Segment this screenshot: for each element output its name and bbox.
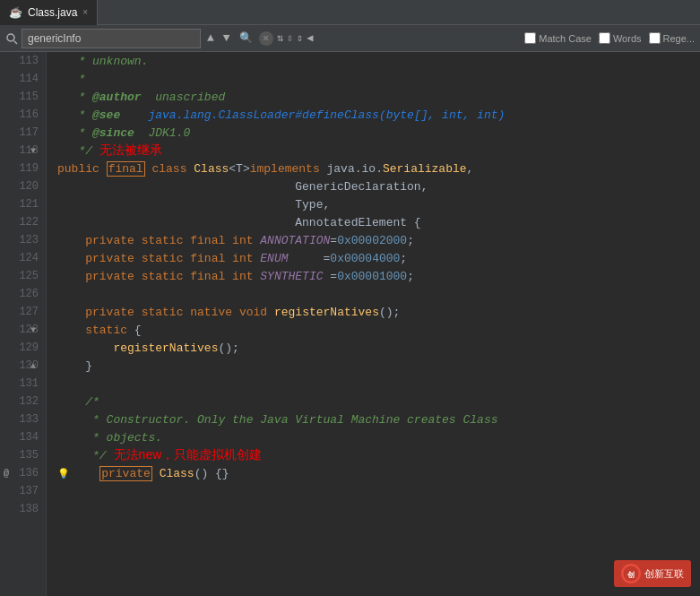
code-line-127: private static native void registerNativ… — [47, 303, 700, 321]
watermark-logo: 创 — [621, 564, 641, 583]
line-num-115: 115 — [0, 88, 46, 106]
line-num-123: 123 — [0, 231, 46, 249]
code-line-128: static { — [47, 321, 700, 339]
line-num-131: 131 — [0, 375, 46, 393]
svg-line-1 — [14, 40, 18, 44]
line-num-118: ▼ 118 — [0, 142, 46, 160]
code-line-132: /* — [47, 393, 700, 410]
filter-button[interactable]: ◀ — [307, 31, 313, 45]
code-line-115: * @author unascribed — [47, 88, 700, 106]
words-option[interactable]: Words — [599, 32, 642, 44]
line-num-136: @ 136 — [0, 464, 46, 482]
search-icon[interactable] — [5, 32, 18, 45]
code-line-117: * @since JDK1.0 — [47, 124, 700, 142]
bulb-icon-136: 💡 — [57, 468, 70, 479]
words-checkbox[interactable] — [599, 32, 610, 44]
find-usages-button[interactable]: 🔍 — [237, 31, 255, 45]
code-line-113: * unknown. — [47, 52, 700, 70]
match-case-checkbox[interactable] — [524, 32, 536, 44]
svg-text:创: 创 — [627, 571, 635, 579]
tab-close-button[interactable]: × — [82, 7, 88, 17]
code-line-125: private static final int SYNTHETIC = 0x0… — [47, 267, 700, 285]
expand-button[interactable]: ⇳ — [287, 31, 293, 45]
nav-next-button[interactable]: ▼ — [220, 31, 233, 45]
line-num-125: 125 — [0, 267, 46, 285]
code-line-130: } — [47, 357, 700, 375]
line-num-117: 117 — [0, 124, 46, 142]
final-highlight: final — [107, 161, 145, 177]
tab-class-java[interactable]: ☕ Class.java × — [0, 0, 98, 25]
nav-prev-button[interactable]: ▲ — [204, 31, 217, 45]
code-line-122: AnnotatedElement { — [47, 213, 700, 231]
code-line-124: private static final int ENUM = 0x000040… — [47, 249, 700, 267]
fold-icon-128[interactable]: ▼ — [30, 325, 36, 335]
fold-icon-130[interactable]: ▲ — [30, 361, 36, 371]
code-line-134: * objects. — [47, 428, 700, 446]
line-num-135: 135 — [0, 446, 46, 464]
tab-bar: ☕ Class.java × — [0, 0, 700, 25]
tab-label: Class.java — [28, 6, 77, 19]
code-line-133: * Constructor. Only the Java Virtual Mac… — [47, 410, 700, 428]
search-bar: ▲ ▼ 🔍 ✕ ⇅ ⇳ ⇕ ◀ Match Case Words Rege... — [0, 25, 700, 52]
code-line-137 — [47, 482, 700, 500]
svg-point-0 — [7, 34, 14, 41]
fold-icon-118[interactable]: ▼ — [30, 146, 36, 156]
private-highlight: private — [99, 466, 152, 481]
line-num-133: 133 — [0, 410, 46, 428]
line-num-124: 124 — [0, 249, 46, 267]
code-editor[interactable]: * unknown. * * @author unascribed * @see… — [47, 52, 700, 596]
watermark-text: 创新互联 — [644, 567, 684, 581]
line-num-122: 122 — [0, 213, 46, 231]
code-line-121: Type, — [47, 195, 700, 213]
line-num-128: ▼ 128 — [0, 321, 46, 339]
search-options: Match Case Words Rege... — [524, 32, 695, 44]
line-num-130: ▲ 130 — [0, 357, 46, 375]
code-line-135: */ 无法new，只能虚拟机创建 — [47, 446, 700, 464]
code-area: 113 114 115 116 117 ▼ 118 119 120 121 12… — [0, 52, 700, 596]
replace-button[interactable]: ⇅ — [277, 31, 283, 45]
line-num-127: 127 — [0, 303, 46, 321]
code-line-116: * @see java.lang.ClassLoader#defineClass… — [47, 106, 700, 124]
line-num-114: 114 — [0, 70, 46, 88]
cn-annotation-1: 无法被继承 — [99, 143, 162, 159]
code-line-138 — [47, 500, 700, 518]
code-line-136: 💡 private Class () {} — [47, 464, 700, 482]
code-line-118: */ 无法被继承 — [47, 142, 700, 160]
line-num-134: 134 — [0, 428, 46, 446]
format-button[interactable]: ⇕ — [297, 31, 303, 45]
bookmark-icon-136: @ — [4, 469, 9, 479]
code-line-123: private static final int ANNOTATION = 0x… — [47, 231, 700, 249]
code-line-126 — [47, 285, 700, 303]
search-clear-button[interactable]: ✕ — [259, 31, 273, 46]
words-label: Words — [613, 33, 642, 44]
regex-checkbox[interactable] — [649, 32, 661, 44]
line-num-113: 113 — [0, 52, 46, 70]
code-line-129: registerNatives (); — [47, 339, 700, 357]
match-case-option[interactable]: Match Case — [524, 32, 592, 44]
code-line-114: * — [47, 70, 700, 88]
code-line-131 — [47, 375, 700, 393]
regex-option[interactable]: Rege... — [649, 32, 695, 44]
line-num-119: 119 — [0, 160, 46, 177]
line-num-120: 120 — [0, 177, 46, 195]
java-file-icon: ☕ — [9, 6, 22, 19]
line-num-126: 126 — [0, 285, 46, 303]
search-input[interactable] — [22, 29, 201, 48]
line-num-132: 132 — [0, 393, 46, 410]
line-num-138: 138 — [0, 500, 46, 518]
line-num-129: 129 — [0, 339, 46, 357]
line-num-121: 121 — [0, 195, 46, 213]
line-num-116: 116 — [0, 106, 46, 124]
watermark: 创 创新互联 — [614, 560, 691, 587]
cn-annotation-2: 无法new，只能虚拟机创建 — [114, 447, 263, 463]
line-numbers-gutter: 113 114 115 116 117 ▼ 118 119 120 121 12… — [0, 52, 47, 596]
regex-label: Rege... — [663, 33, 695, 44]
code-line-120: GenericDeclaration, — [47, 177, 700, 195]
line-num-137: 137 — [0, 482, 46, 500]
match-case-label: Match Case — [539, 33, 592, 44]
code-line-119: public final class Class <T> implements … — [47, 160, 700, 177]
